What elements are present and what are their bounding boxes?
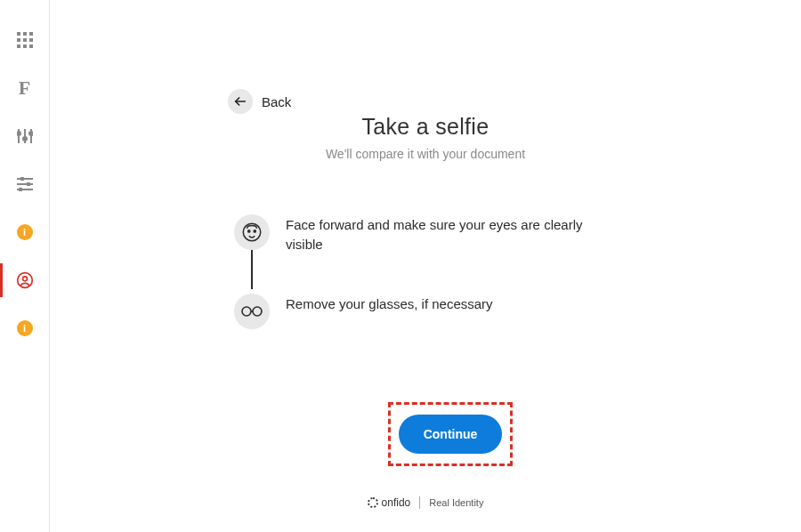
face-icon	[234, 214, 270, 250]
svg-point-17	[254, 230, 255, 232]
page-title: Take a selfie	[50, 114, 801, 140]
svg-point-3	[22, 136, 28, 141]
continue-button[interactable]: Continue	[399, 415, 503, 454]
sidebar-item-sliders-vertical[interactable]	[0, 112, 50, 160]
sidebar-item-profile[interactable]	[0, 256, 50, 304]
back-button[interactable]: Back	[228, 89, 291, 114]
sidebar-item-info-2[interactable]: i	[0, 304, 50, 352]
footer-tagline: Real Identity	[429, 497, 483, 508]
instructions-list: Face forward and make sure your eyes are…	[234, 214, 617, 329]
arrow-left-icon	[228, 89, 253, 114]
back-label: Back	[262, 94, 291, 109]
svg-point-15	[243, 223, 261, 241]
onfido-logo: onfido	[368, 496, 411, 509]
svg-point-18	[242, 307, 251, 316]
svg-rect-11	[19, 188, 22, 191]
sidebar: F i i	[0, 0, 50, 532]
grid-icon	[17, 32, 33, 48]
svg-point-19	[253, 307, 262, 316]
instruction-text: Face forward and make sure your eyes are…	[286, 214, 617, 254]
brand-name: onfido	[382, 496, 411, 509]
svg-point-13	[22, 277, 27, 281]
highlight-box: Continue	[388, 402, 513, 466]
sliders-horizontal-icon	[17, 177, 33, 191]
letter-f-icon: F	[19, 77, 30, 100]
sliders-vertical-icon	[17, 129, 33, 143]
info-icon: i	[17, 224, 33, 240]
sidebar-item-apps[interactable]	[0, 16, 50, 64]
onfido-mark-icon	[368, 497, 378, 508]
instruction-item: Remove your glasses, if necessary	[234, 294, 617, 329]
svg-rect-9	[27, 182, 30, 186]
connector-line	[251, 250, 253, 289]
svg-point-16	[248, 230, 250, 232]
info-icon: i	[17, 320, 33, 336]
instruction-item: Face forward and make sure your eyes are…	[234, 214, 617, 254]
sidebar-item-info-1[interactable]: i	[0, 208, 50, 256]
sidebar-item-f[interactable]: F	[0, 64, 50, 112]
page-subtitle: We'll compare it with your document	[50, 147, 801, 161]
glasses-icon	[234, 294, 270, 329]
svg-point-1	[17, 131, 21, 136]
svg-rect-7	[20, 177, 24, 181]
sidebar-item-sliders-horizontal[interactable]	[0, 160, 50, 208]
user-circle-icon	[16, 271, 34, 289]
main-content: Back Take a selfie We'll compare it with…	[50, 0, 801, 532]
footer: onfido Real Identity	[50, 496, 801, 509]
divider	[419, 496, 420, 509]
instruction-text: Remove your glasses, if necessary	[286, 294, 493, 314]
svg-point-5	[28, 131, 33, 136]
